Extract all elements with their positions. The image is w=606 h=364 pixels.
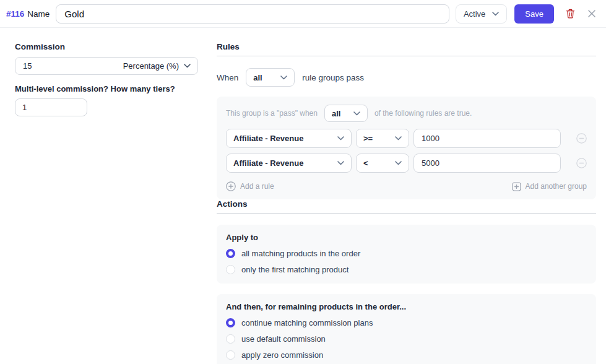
plan-name-input[interactable] — [56, 4, 449, 24]
remove-rule-button[interactable] — [576, 133, 587, 144]
commission-column: Commission Percentage (%) Multi-level co… — [15, 42, 198, 364]
minus-circle-icon — [576, 133, 587, 144]
rule-row: Affiliate - Revenue < — [226, 154, 587, 173]
trash-icon — [566, 9, 575, 19]
rule-field-select[interactable]: Affiliate - Revenue — [226, 129, 352, 148]
rule-operator-select[interactable]: < — [356, 154, 409, 173]
radio-label: use default commission — [241, 334, 326, 344]
add-group-button[interactable]: Add another group — [512, 182, 587, 191]
status-select-value: Active — [464, 9, 485, 19]
minus-circle-icon — [576, 158, 587, 168]
group-header-prefix: This group is a "pass" when — [226, 109, 318, 118]
rule-field-select[interactable]: Affiliate - Revenue — [226, 154, 352, 173]
save-button[interactable]: Save — [514, 4, 554, 24]
rule-row: Affiliate - Revenue >= — [226, 129, 587, 148]
remove-rule-button[interactable] — [576, 158, 587, 168]
chevron-down-icon — [492, 12, 499, 16]
rule-group-footer: Add a rule Add another group — [226, 181, 587, 191]
add-rule-label: Add a rule — [240, 182, 274, 191]
when-match-value: all — [253, 73, 262, 82]
radio-option-zero-commission[interactable]: apply zero commission — [226, 350, 587, 360]
radio-option-default-commission[interactable]: use default commission — [226, 334, 587, 344]
commission-type-select[interactable]: Percentage (%) — [123, 61, 191, 71]
rule-group-header: This group is a "pass" when all of the f… — [226, 105, 587, 122]
radio-icon[interactable] — [226, 249, 235, 258]
chevron-down-icon — [395, 136, 402, 141]
apply-to-panel: Apply to all matching products in the or… — [217, 225, 596, 284]
radio-label: only the first matching product — [241, 265, 348, 274]
when-row: When all rule groups pass — [217, 68, 596, 87]
rule-field-value: Affiliate - Revenue — [233, 134, 303, 143]
radio-option-first-matching[interactable]: only the first matching product — [226, 265, 587, 274]
group-match-select[interactable]: all — [324, 105, 368, 122]
rules-actions-column: Rules When all rule groups pass This gro… — [217, 42, 596, 364]
chevron-down-icon — [337, 161, 344, 165]
main-content: Commission Percentage (%) Multi-level co… — [0, 28, 606, 364]
chevron-down-icon — [184, 64, 191, 68]
apply-to-label: Apply to — [226, 233, 587, 242]
rule-operator-select[interactable]: >= — [356, 129, 409, 148]
chevron-down-icon — [395, 161, 402, 165]
plus-circle-icon — [226, 181, 236, 191]
tiers-label: Multi-level commission? How many tiers? — [15, 84, 198, 93]
x-icon — [587, 9, 596, 18]
remaining-products-panel: And then, for remaining products in the … — [217, 294, 596, 364]
remaining-label: And then, for remaining products in the … — [226, 302, 587, 311]
when-suffix: rule groups pass — [302, 73, 364, 82]
commission-heading: Commission — [15, 42, 198, 52]
chevron-down-icon — [353, 111, 360, 116]
group-header-suffix: of the following rules are true. — [374, 109, 472, 118]
rule-operator-value: >= — [363, 134, 373, 143]
radio-icon[interactable] — [226, 265, 235, 274]
rule-field-value: Affiliate - Revenue — [233, 158, 303, 168]
plan-id: #116 — [6, 9, 24, 19]
name-label: Name — [27, 9, 50, 19]
topbar: #116 Name Active Save — [0, 0, 606, 28]
radio-option-continue-matching[interactable]: continue matching commission plans — [226, 318, 587, 327]
rule-value-input[interactable] — [413, 154, 561, 173]
when-prefix: When — [217, 73, 238, 82]
rules-heading: Rules — [217, 42, 596, 56]
radio-label: all matching products in the order — [241, 249, 360, 258]
radio-icon[interactable] — [226, 334, 235, 344]
rule-group: This group is a "pass" when all of the f… — [217, 97, 596, 199]
commission-rate-input[interactable] — [15, 61, 123, 71]
actions-heading: Actions — [217, 199, 596, 214]
chevron-down-icon — [280, 76, 287, 80]
radio-label: continue matching commission plans — [241, 318, 373, 327]
radio-icon[interactable] — [226, 318, 235, 327]
chevron-down-icon — [337, 136, 344, 141]
rule-value-input[interactable] — [413, 129, 561, 148]
commission-type-value: Percentage (%) — [123, 61, 179, 71]
add-rule-button[interactable]: Add a rule — [226, 181, 274, 191]
delete-button[interactable] — [566, 9, 575, 19]
radio-label: apply zero commission — [241, 350, 323, 360]
radio-icon[interactable] — [226, 350, 235, 360]
add-group-label: Add another group — [526, 182, 587, 191]
close-button[interactable] — [587, 9, 596, 18]
group-match-value: all — [332, 109, 340, 118]
radio-option-all-matching[interactable]: all matching products in the order — [226, 249, 587, 258]
when-match-select[interactable]: all — [246, 68, 295, 87]
tiers-input[interactable] — [15, 98, 87, 116]
commission-rate-group: Percentage (%) — [15, 57, 198, 75]
square-plus-icon — [512, 182, 521, 191]
rule-operator-value: < — [363, 158, 368, 168]
status-select[interactable]: Active — [456, 4, 507, 24]
